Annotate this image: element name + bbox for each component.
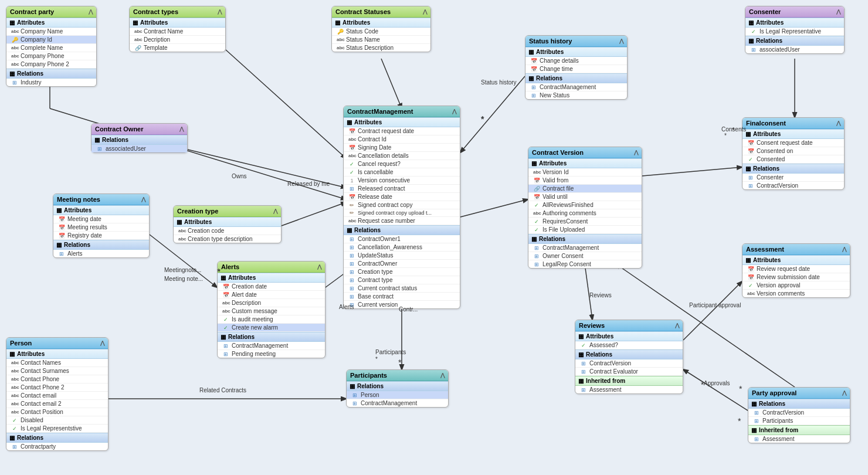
alerts-header: Alerts ⋀ bbox=[218, 262, 325, 273]
svg-line-6 bbox=[642, 167, 742, 176]
attr-complete-name: abcComplete Name bbox=[6, 44, 96, 52]
attr-cancellation-details: abcCancellation details bbox=[344, 152, 460, 160]
attr-template: 🔗Template bbox=[130, 44, 225, 52]
consenter-header: Consenter ⋀ bbox=[745, 6, 844, 18]
attr-contact-surnames: abcContact Surnames bbox=[6, 367, 108, 375]
attr-consented: ✓Consented bbox=[742, 155, 844, 164]
label-related-contracts: Related Contracts bbox=[199, 387, 246, 393]
rel-base-contract: ⊞Base contract bbox=[344, 293, 460, 301]
attr-icon: ▦ bbox=[9, 351, 15, 357]
attr-status-name: abcStatus Name bbox=[332, 36, 430, 44]
collapse-btn[interactable]: ⋀ bbox=[619, 38, 623, 44]
collapse-btn[interactable]: ⋀ bbox=[317, 264, 321, 270]
collapse-btn[interactable]: ⋀ bbox=[100, 340, 104, 346]
rel-cancellation-awareness: ⊞Cancellation_Awareness bbox=[344, 243, 460, 252]
rel-legal-rep-consent: ⊞LegalRep Consent bbox=[528, 260, 642, 268]
attr-contract-name: abcContract Name bbox=[130, 28, 225, 36]
attr-icon: ▦ bbox=[133, 19, 138, 26]
participants-relations-header: ▦ Relations bbox=[347, 381, 448, 391]
attr-disabled: ✓Disabled bbox=[6, 416, 108, 425]
final-consent-relations-header: ▦ Relations bbox=[742, 164, 844, 174]
attr-contract-file: 🔗Contract file bbox=[528, 185, 642, 193]
rel-contract-owner1: ⊞ContractOwner1 bbox=[344, 235, 460, 243]
contract-party-relations-header: ▦ Relations bbox=[6, 69, 96, 79]
person-header: Person ⋀ bbox=[6, 338, 108, 349]
collapse-btn[interactable]: ⋀ bbox=[273, 208, 277, 214]
attr-meeting-results: 📅Meeting results bbox=[53, 223, 149, 232]
rel-icon: ▦ bbox=[221, 334, 226, 340]
collapse-btn[interactable]: ⋀ bbox=[675, 323, 679, 328]
entity-creation-type: Creation type ⋀ ▦ Attributes abcCreation… bbox=[173, 205, 282, 243]
collapse-btn[interactable]: ⋀ bbox=[836, 9, 840, 15]
creation-type-header: Creation type ⋀ bbox=[174, 206, 281, 217]
attr-icon: ▦ bbox=[347, 119, 352, 125]
rel-icon: ▦ bbox=[528, 75, 534, 82]
party-approval-inherited-header: ▦ Inherited from bbox=[748, 425, 850, 435]
collapse-btn[interactable]: ⋀ bbox=[218, 9, 222, 15]
inherited-assessment: ⊞Assessment bbox=[575, 386, 683, 393]
attr-authoring-comments: abcAuthoring comments bbox=[528, 209, 642, 218]
contract-statuses-header: Contract Statuses ⋀ bbox=[332, 6, 430, 18]
attr-company-phone: abcCompany Phone bbox=[6, 52, 96, 60]
collapse-btn[interactable]: ⋀ bbox=[836, 120, 840, 126]
attr-valid-from: 📅Valid from bbox=[528, 177, 642, 185]
star-alerts: * bbox=[217, 267, 220, 276]
entity-participants: Participants ⋀ ▦ Relations ⊞Person ⊞Cont… bbox=[346, 369, 449, 408]
attr-consent-request-date: 📅Consent request date bbox=[742, 139, 844, 147]
attr-icon: ▦ bbox=[56, 207, 62, 213]
participants-title: Participants bbox=[350, 372, 387, 379]
attr-review-submission-date: 📅Review submission date bbox=[742, 273, 850, 281]
label-consents-star: * bbox=[724, 133, 727, 139]
cv-relations-header: ▦ Relations bbox=[528, 234, 642, 244]
meeting-notes-header: Meeting notes ⋀ bbox=[53, 194, 149, 205]
final-consent-attributes-header: ▦ Attributes bbox=[742, 129, 844, 139]
collapse-btn[interactable]: ⋀ bbox=[141, 196, 145, 202]
assessment-header: Assessment ⋀ bbox=[742, 244, 850, 255]
rel-contract-management: ⊞ContractManagement bbox=[525, 83, 627, 91]
attr-create-new-alarm: ✓Create new alarm bbox=[218, 324, 325, 332]
cm-relations-header: ▦ Relations bbox=[344, 225, 460, 235]
entity-contract-version: Contract Version ⋀ ▦ Attributes abcVersi… bbox=[528, 147, 642, 269]
attr-released-contract: ⊞Released contract bbox=[344, 185, 460, 193]
attr-request-case-number: abcRequest case number bbox=[344, 217, 460, 225]
collapse-btn[interactable]: ⋀ bbox=[423, 9, 427, 15]
rel-participants: ⊞Participants bbox=[748, 417, 850, 425]
reviews-attributes-header: ▦ Attributes bbox=[575, 331, 683, 341]
consenter-title: Consenter bbox=[749, 8, 781, 15]
collapse-btn[interactable]: ⋀ bbox=[89, 9, 93, 15]
attr-status-description: abcStatus Description bbox=[332, 44, 430, 52]
attr-all-reviews-finished: ✓AllReviewsFinished bbox=[528, 201, 642, 209]
svg-line-0 bbox=[381, 59, 402, 108]
alerts-attributes-header: ▦ Attributes bbox=[218, 273, 325, 283]
final-consent-header: Finalconsent ⋀ bbox=[742, 118, 844, 129]
collapse-btn[interactable]: ⋀ bbox=[842, 390, 846, 396]
entity-consenter: Consenter ⋀ ▦ Attributes ✓Is Legal Repre… bbox=[745, 6, 845, 54]
contract-version-title: Contract Version bbox=[532, 149, 584, 156]
collapse-btn[interactable]: ⋀ bbox=[634, 150, 638, 155]
entity-reviews: Reviews ⋀ ▦ Attributes ✓Assessed? ▦ Rela… bbox=[575, 320, 683, 394]
status-history-title: Status history bbox=[529, 38, 572, 45]
attr-creation-code: abcCreation code bbox=[174, 227, 281, 235]
rel-icon: ▦ bbox=[531, 236, 537, 242]
collapse-btn[interactable]: ⋀ bbox=[842, 246, 846, 252]
attr-assessed: ✓Assessed? bbox=[575, 341, 683, 350]
assessment-attributes-header: ▦ Attributes bbox=[742, 255, 850, 265]
contract-management-title: ContractManagement bbox=[347, 108, 413, 115]
attr-icon: ▦ bbox=[745, 131, 751, 137]
attr-release-date: 📅Release date bbox=[344, 193, 460, 201]
collapse-btn[interactable]: ⋀ bbox=[452, 108, 456, 114]
label-reviews: Reviews bbox=[589, 292, 612, 298]
attr-contract-id: abcContract Id bbox=[344, 135, 460, 144]
collapse-btn[interactable]: ⋀ bbox=[440, 372, 445, 378]
reviews-header: Reviews ⋀ bbox=[575, 320, 683, 331]
consenter-attributes-header: ▦ Attributes bbox=[745, 18, 844, 28]
star-party2: * bbox=[739, 384, 742, 393]
collapse-btn[interactable]: ⋀ bbox=[179, 126, 184, 132]
rel-current-contract-status: ⊞Current contract status bbox=[344, 284, 460, 293]
entity-contract-statuses: Contract Statuses ⋀ ▦ Attributes 🔑Status… bbox=[331, 6, 431, 52]
attr-is-legal-rep: ✓Is Legal Representative bbox=[745, 28, 844, 36]
attr-version-consecutive: 1Version consecutive bbox=[344, 177, 460, 185]
rel-contract-management: ⊞ContractManagement bbox=[528, 244, 642, 252]
label-released-by-me: Released by me bbox=[287, 181, 330, 187]
contract-party-attributes-header: ▦ Attributes bbox=[6, 18, 96, 28]
